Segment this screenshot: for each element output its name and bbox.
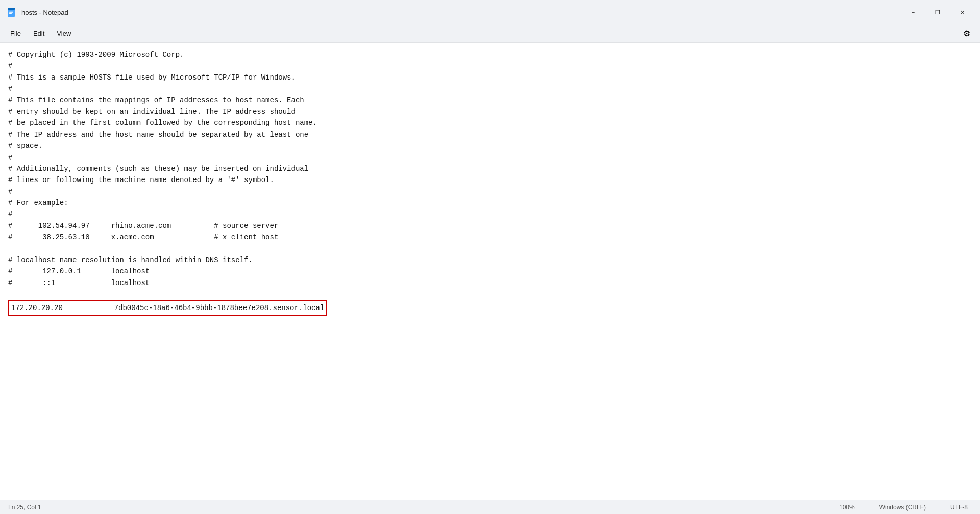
svg-rect-4: [9, 13, 12, 14]
file-menu[interactable]: File: [4, 28, 27, 39]
title-bar: hosts - Notepad − ❐ ✕: [0, 0, 980, 24]
svg-rect-1: [8, 8, 15, 10]
status-bar-right: 100% Windows (CRLF) UTF-8: [835, 504, 972, 511]
svg-rect-2: [9, 11, 13, 11]
close-button[interactable]: ✕: [950, 4, 974, 20]
status-zoom: 100%: [835, 504, 859, 511]
status-encoding: UTF-8: [946, 504, 972, 511]
editor-area[interactable]: # Copyright (c) 1993-2009 Microsoft Corp…: [0, 43, 980, 500]
notepad-icon: [6, 7, 16, 17]
highlighted-entry: 172.20.20.20 7db0045c-18a6-46b4-9bbb-187…: [8, 300, 327, 316]
menu-bar: File Edit View ⚙: [0, 24, 980, 43]
title-bar-controls: − ❐ ✕: [901, 4, 974, 20]
status-bar: Ln 25, Col 1 100% Windows (CRLF) UTF-8: [0, 500, 980, 514]
edit-menu[interactable]: Edit: [27, 28, 51, 39]
menu-bar-left: File Edit View: [4, 28, 77, 39]
status-line-ending: Windows (CRLF): [875, 504, 930, 511]
settings-button[interactable]: ⚙: [958, 25, 976, 42]
title-bar-left: hosts - Notepad: [6, 7, 68, 17]
svg-rect-3: [9, 12, 13, 13]
title-bar-title: hosts - Notepad: [21, 9, 68, 16]
view-menu[interactable]: View: [51, 28, 77, 39]
maximize-button[interactable]: ❐: [926, 4, 949, 20]
status-position: Ln 25, Col 1: [8, 504, 41, 511]
minimize-button[interactable]: −: [901, 4, 925, 20]
